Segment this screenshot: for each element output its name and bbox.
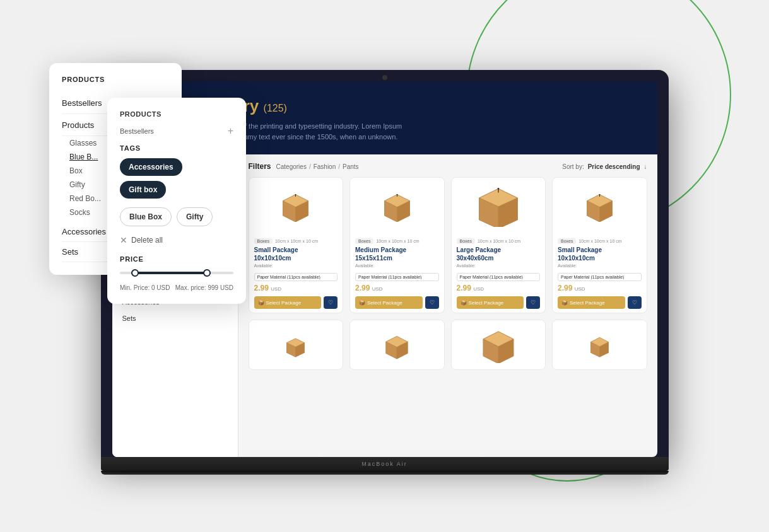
box-icon-5 — [281, 332, 310, 359]
select-package-btn-1[interactable]: 📦 Select Package — [254, 296, 322, 309]
select-package-btn-2[interactable]: 📦 Select Package — [355, 296, 423, 309]
tags-row: Accessories Gift box — [120, 158, 233, 199]
products-label: Products — [62, 120, 94, 130]
wishlist-btn-2[interactable]: ♡ — [425, 296, 439, 309]
package-icon-4: 📦 — [561, 300, 568, 306]
product-info-4: Boxes 10cm x 10cm x 10 cm Small Package … — [553, 234, 647, 313]
product-card-3: Boxes 10cm x 10cm x 10 cm Large Package … — [451, 177, 546, 313]
sort-icon: ↓ — [644, 163, 647, 170]
svg-point-17 — [497, 188, 499, 190]
product-price-4: 2.99 USD — [558, 284, 642, 292]
tag-gifty[interactable]: Gifty — [177, 207, 213, 226]
box-icon-8 — [585, 332, 614, 359]
box-icon-7 — [479, 328, 517, 363]
package-icon-3: 📦 — [461, 300, 467, 306]
price-max-label: Max. price: 999 USD — [175, 284, 233, 291]
product-size-4: 10cm x 10cm x 10 cm — [578, 239, 621, 243]
package-icon-1: 📦 — [258, 300, 264, 306]
wishlist-btn-3[interactable]: ♡ — [526, 296, 540, 309]
filter-panel-products-header: PRODUCTS — [120, 110, 233, 118]
product-tag-3: Boxes — [457, 238, 475, 244]
wishlist-btn-1[interactable]: ♡ — [324, 296, 338, 309]
listing-count: (125) — [264, 103, 287, 113]
product-info-2: Boxes 10cm x 10cm x 10 cm Medium Package… — [350, 234, 444, 313]
product-price-1: 2.99 USD — [254, 284, 338, 292]
product-actions-2: 📦 Select Package ♡ — [355, 296, 439, 309]
product-image-5 — [249, 320, 343, 370]
product-image-1 — [249, 178, 343, 234]
product-tag-row-1: Boxes 10cm x 10cm x 10 cm — [254, 238, 338, 244]
product-image-7 — [452, 320, 546, 370]
product-image-2 — [350, 178, 444, 234]
filter-panel-bestsellers-header: Bestsellers + — [120, 125, 233, 137]
filter-add-icon[interactable]: + — [228, 125, 233, 137]
laptop-camera — [382, 75, 387, 80]
tag-giftbox[interactable]: Gift box — [120, 181, 166, 199]
price-slider[interactable] — [120, 272, 233, 274]
accessories-label: Accessories — [62, 227, 106, 236]
box-icon-1 — [278, 190, 313, 222]
floating-filter-panel: PRODUCTS Bestsellers + TAGS Accessories … — [107, 98, 246, 304]
laptop-base: MacBook Air — [101, 457, 669, 471]
product-card-8 — [552, 320, 647, 370]
product-size-3: 10cm x 10cm x 10 cm — [478, 239, 520, 243]
product-tag-row-2: Boxes 10cm x 10cm x 10 cm — [355, 238, 439, 244]
product-material-select-3[interactable]: Paper Material (11pcs available) — [457, 273, 541, 281]
sidebar-products-title: PRODUCTS — [62, 76, 169, 83]
product-actions-3: 📦 Select Package ♡ — [457, 296, 541, 309]
product-card-6 — [349, 320, 445, 370]
select-package-btn-3[interactable]: 📦 Select Package — [457, 296, 524, 309]
price-min-label: Min. Price: 0 USD — [120, 284, 170, 291]
sort-label: Sort by: — [562, 163, 584, 170]
box-icon-3 — [476, 186, 520, 227]
breadcrumb-sep1: / — [309, 163, 311, 170]
delete-all-btn[interactable]: ✕ Delete all — [120, 235, 233, 245]
svg-point-5 — [295, 194, 296, 195]
filter-left: Filters Categories / Fashion / Pants — [249, 162, 359, 171]
breadcrumb-fashion[interactable]: Fashion — [314, 163, 336, 170]
screen-main: Filters Categories / Fashion / Pants Sor… — [238, 154, 657, 457]
breadcrumb-pants[interactable]: Pants — [343, 163, 359, 170]
product-card-2: Boxes 10cm x 10cm x 10 cm Medium Package… — [349, 177, 445, 313]
product-grid: Boxes 10cm x 10cm x 10 cm Small Package … — [249, 177, 647, 313]
wishlist-btn-4[interactable]: ♡ — [628, 296, 642, 309]
tag-accessories[interactable]: Accessories — [120, 158, 182, 176]
filter-bestsellers-label: Bestsellers — [120, 127, 154, 135]
product-tag-row-3: Boxes 10cm x 10cm x 10 cm — [457, 238, 541, 244]
package-icon-2: 📦 — [359, 300, 365, 306]
product-material-select-1[interactable]: Paper Material (11pcs available) — [254, 273, 338, 281]
product-material-select-4[interactable]: Paper Material (11pcs available) — [558, 273, 642, 281]
price-slider-fill — [131, 272, 211, 274]
laptop-hinge — [101, 471, 669, 475]
filter-products-label: PRODUCTS — [120, 110, 161, 118]
price-thumb-max[interactable] — [203, 269, 211, 277]
product-available-1: Available: — [254, 263, 338, 268]
product-material-select-2[interactable]: Paper Material (11pcs available) — [355, 273, 439, 281]
price-thumb-min[interactable] — [131, 269, 139, 277]
tag-bluebox[interactable]: Blue Box — [120, 207, 172, 226]
box-icon-2 — [380, 190, 414, 222]
product-name-4: Small Package 10x10x10cm — [558, 246, 642, 262]
delete-all-label: Delete all — [131, 236, 163, 245]
breadcrumb-sep2: / — [338, 163, 340, 170]
product-info-1: Boxes 10cm x 10cm x 10 cm Small Package … — [249, 234, 343, 313]
price-range-labels: Min. Price: 0 USD Max. price: 999 USD — [120, 284, 233, 291]
product-actions-4: 📦 Select Package ♡ — [558, 296, 642, 309]
sort-value[interactable]: Price descending — [588, 163, 640, 170]
product-price-2: 2.99 USD — [355, 284, 439, 292]
product-tag-row-4: Boxes 10cm x 10cm x 10 cm — [558, 238, 642, 244]
breadcrumb-categories[interactable]: Categories — [276, 163, 307, 170]
select-package-btn-4[interactable]: 📦 Select Package — [558, 296, 625, 309]
product-image-6 — [350, 320, 444, 370]
product-available-3: Available: — [457, 263, 541, 268]
product-tag-1: Boxes — [254, 238, 273, 244]
delete-icon: ✕ — [120, 235, 127, 245]
product-tag-2: Boxes — [355, 238, 373, 244]
product-name-2: Medium Package 15x15x11cm — [355, 246, 439, 262]
sidebar-item-sets[interactable]: Sets — [112, 310, 238, 327]
product-actions-1: 📦 Select Package ♡ — [254, 296, 338, 309]
product-size-2: 10cm x 10cm x 10 cm — [376, 239, 419, 243]
product-image-8 — [553, 320, 647, 370]
product-card-1: Boxes 10cm x 10cm x 10 cm Small Package … — [249, 177, 344, 313]
product-info-3: Boxes 10cm x 10cm x 10 cm Large Package … — [452, 234, 546, 313]
